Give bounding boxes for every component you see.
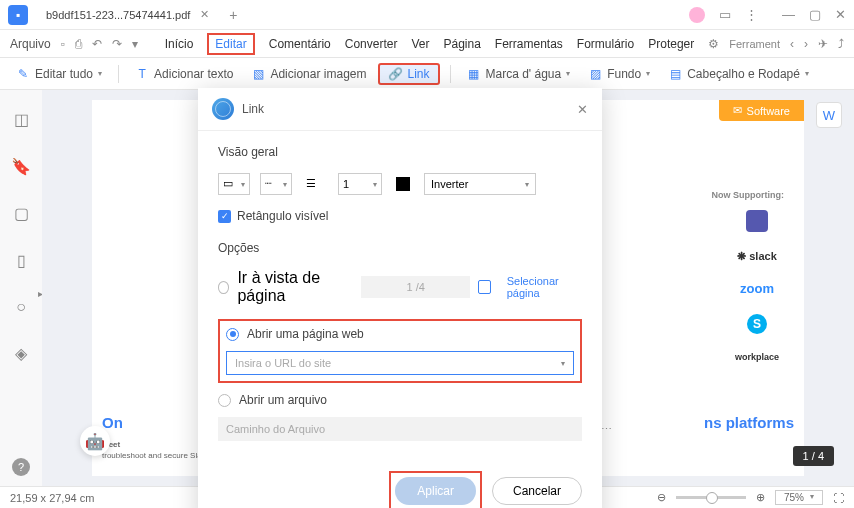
nav-left-icon[interactable]: ‹: [790, 37, 794, 51]
select-page-link[interactable]: Selecionar página: [507, 275, 582, 299]
word-export-icon[interactable]: W: [816, 102, 842, 128]
browse-icon[interactable]: ⋯: [601, 423, 612, 436]
search-icon[interactable]: ○: [16, 298, 26, 316]
background-button[interactable]: ▨ Fundo ▾: [582, 64, 656, 84]
chevron-down-icon: ▾: [805, 69, 809, 78]
attachment-icon[interactable]: ▯: [17, 251, 26, 270]
layers-icon[interactable]: ◈: [15, 344, 27, 363]
teams-logo: [746, 210, 768, 232]
user-avatar[interactable]: [689, 7, 705, 23]
menu-converter[interactable]: Converter: [345, 37, 398, 51]
zoom-out-icon[interactable]: ⊖: [657, 491, 666, 504]
open-web-radio[interactable]: [226, 328, 239, 341]
overview-heading: Visão geral: [218, 145, 582, 159]
slack-logo: ❋ slack: [737, 250, 777, 263]
open-file-radio[interactable]: [218, 394, 231, 407]
visible-rect-checkbox[interactable]: ✓: [218, 210, 231, 223]
visible-rect-label: Retângulo visível: [237, 209, 328, 223]
watermark-icon: ▦: [467, 67, 481, 81]
background-icon: ▨: [588, 67, 602, 81]
line-width-input[interactable]: 1▾: [338, 173, 382, 195]
image-icon: ▧: [251, 67, 265, 81]
share-icon[interactable]: ⤴: [838, 37, 844, 51]
watermark-button[interactable]: ▦ Marca d' água ▾: [461, 64, 577, 84]
add-text-button[interactable]: T Adicionar texto: [129, 64, 239, 84]
add-image-button[interactable]: ▧ Adicionar imagem: [245, 64, 372, 84]
help-icon[interactable]: ?: [12, 458, 30, 476]
text-icon: T: [135, 67, 149, 81]
line-style-select[interactable]: ▭▾: [218, 173, 250, 195]
goto-page-radio[interactable]: [218, 281, 229, 294]
save-icon[interactable]: ▫: [61, 37, 65, 51]
open-file-label: Abrir um arquivo: [239, 393, 327, 407]
menu-inicio[interactable]: Início: [165, 37, 194, 51]
more-icon[interactable]: ⋮: [745, 7, 758, 22]
page-indicator: 1 / 4: [793, 446, 834, 466]
zoom-slider[interactable]: [676, 496, 746, 499]
zoom-level[interactable]: 75%▾: [775, 490, 823, 505]
zoom-in-icon[interactable]: ⊕: [756, 491, 765, 504]
dialog-title: Link: [242, 102, 264, 116]
doc-heading-left: On: [102, 414, 123, 431]
dropdown-icon[interactable]: ▾: [132, 37, 138, 51]
invert-select[interactable]: Inverter▾: [424, 173, 536, 195]
menu-pagina[interactable]: Página: [443, 37, 480, 51]
supporting-label: Now Supporting:: [712, 190, 784, 200]
minimize-icon[interactable]: —: [782, 7, 795, 22]
separator: [118, 65, 119, 83]
comment-icon[interactable]: ▢: [14, 204, 29, 223]
menu-overflow[interactable]: Ferrament: [729, 38, 780, 50]
page-number-input[interactable]: 1 /4: [361, 276, 470, 298]
link-dialog: Link ✕ Visão geral ▭▾ ┈▾ ☰ 1▾ Inverter▾ …: [198, 88, 602, 508]
menu-proteger[interactable]: Proteger: [648, 37, 694, 51]
close-tab-icon[interactable]: ✕: [200, 8, 209, 21]
print-icon[interactable]: ⎙: [75, 37, 82, 51]
settings-icon[interactable]: ⚙: [708, 37, 719, 51]
menu-ver[interactable]: Ver: [411, 37, 429, 51]
edit-all-button[interactable]: ✎ Editar tudo ▾: [10, 64, 108, 84]
goto-page-label: Ir à vista de página: [237, 269, 353, 305]
thumbnails-icon[interactable]: ◫: [14, 110, 29, 129]
new-tab-button[interactable]: +: [229, 7, 237, 23]
chevron-down-icon: ▾: [561, 359, 565, 368]
menu-editar[interactable]: Editar: [207, 33, 254, 55]
chat-assistant-icon[interactable]: 🤖: [80, 426, 110, 456]
options-heading: Opções: [218, 241, 582, 255]
menu-comentario[interactable]: Comentário: [269, 37, 331, 51]
workplace-logo: workplace: [735, 352, 779, 362]
color-picker[interactable]: [392, 173, 414, 195]
tab-filename: b9ddf151-223...75474441.pdf: [46, 9, 190, 21]
dash-style-select[interactable]: ┈▾: [260, 173, 292, 195]
nav-right-icon[interactable]: ›: [804, 37, 808, 51]
maximize-icon[interactable]: ▢: [809, 7, 821, 22]
software-badge: ✉ Software: [719, 100, 804, 121]
undo-icon[interactable]: ↶: [92, 37, 102, 51]
header-footer-button[interactable]: ▤ Cabeçalho e Rodapé ▾: [662, 64, 815, 84]
close-window-icon[interactable]: ✕: [835, 7, 846, 22]
zoom-logo: zoom: [740, 281, 774, 296]
url-input[interactable]: Insira o URL do site ▾: [226, 351, 574, 375]
link-button[interactable]: 🔗 Link: [378, 63, 439, 85]
globe-icon: [212, 98, 234, 120]
menu-formulario[interactable]: Formulário: [577, 37, 634, 51]
chevron-down-icon: ▾: [98, 69, 102, 78]
skype-logo: S: [747, 314, 767, 334]
select-page-icon[interactable]: [478, 280, 490, 294]
menu-file[interactable]: Arquivo: [10, 37, 51, 51]
doc-heading-right: ns platforms: [704, 414, 794, 431]
cancel-button[interactable]: Cancelar: [492, 477, 582, 505]
open-web-section: Abrir uma página web Insira o URL do sit…: [218, 319, 582, 383]
separator: [450, 65, 451, 83]
open-web-label: Abrir uma página web: [247, 327, 364, 341]
apply-button[interactable]: Aplicar: [395, 477, 476, 505]
thickness-select[interactable]: ☰: [302, 173, 328, 195]
menu-ferramentas[interactable]: Ferramentas: [495, 37, 563, 51]
chat-icon[interactable]: ▭: [719, 7, 731, 22]
fullscreen-icon[interactable]: ⛶: [833, 492, 844, 504]
file-path-input[interactable]: Caminho do Arquivo ⋯: [218, 417, 582, 441]
send-icon[interactable]: ✈: [818, 37, 828, 51]
document-tab[interactable]: b9ddf151-223...75474441.pdf ✕: [36, 3, 219, 27]
redo-icon[interactable]: ↷: [112, 37, 122, 51]
bookmark-icon[interactable]: 🔖: [11, 157, 31, 176]
dialog-close-icon[interactable]: ✕: [577, 102, 588, 117]
